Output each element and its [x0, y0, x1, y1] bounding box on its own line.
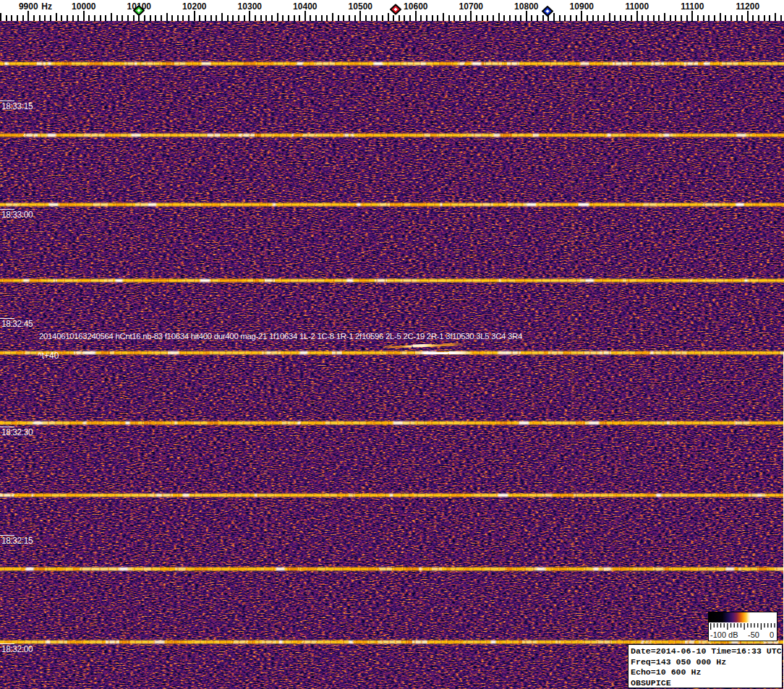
svg-text:9900: 9900	[19, 1, 38, 12]
svg-text:11100: 11100	[681, 1, 704, 12]
svg-text:10000: 10000	[72, 1, 96, 12]
svg-text:Hz: Hz	[41, 1, 52, 12]
svg-text:10400: 10400	[293, 1, 318, 12]
svg-text:10200: 10200	[182, 1, 207, 12]
svg-text:10300: 10300	[238, 1, 263, 12]
svg-text:10800: 10800	[514, 1, 539, 12]
svg-text:10900: 10900	[570, 1, 595, 12]
svg-text:11000: 11000	[625, 1, 649, 12]
svg-text:10500: 10500	[349, 1, 373, 12]
svg-text:11200: 11200	[736, 1, 759, 12]
svg-text:10700: 10700	[459, 1, 484, 12]
svg-text:10600: 10600	[404, 1, 428, 12]
